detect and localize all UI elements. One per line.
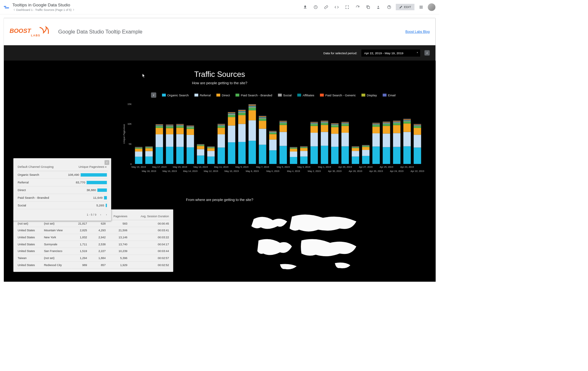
svg-text:May 1, 2019: May 1, 2019 [318, 166, 331, 168]
svg-rect-125 [248, 105, 256, 106]
svg-rect-137 [269, 150, 277, 164]
table-row[interactable]: United StatesSan Francisco1,5192,22710,2… [17, 248, 170, 255]
svg-rect-1 [368, 6, 370, 9]
svg-text:May 19, 2019: May 19, 2019 [132, 166, 146, 168]
table-row[interactable]: United StatesSunnyvale1,7112,53813,74000… [17, 241, 170, 248]
svg-rect-170 [300, 146, 308, 147]
svg-rect-154 [279, 121, 287, 121]
share-person-icon[interactable] [375, 3, 383, 11]
svg-rect-203 [341, 124, 349, 126]
svg-rect-207 [341, 122, 349, 122]
history-icon[interactable] [312, 3, 320, 11]
info-icon[interactable]: i [104, 160, 109, 165]
svg-rect-220 [362, 147, 370, 150]
legend-item[interactable]: Display [362, 93, 377, 97]
svg-rect-265 [414, 128, 421, 135]
legend-item[interactable]: Paid Search - Generic [320, 93, 356, 97]
svg-rect-260 [403, 119, 411, 120]
stacked-bar-chart[interactable]: i Organic SearchReferralDirectPaid Searc… [122, 93, 425, 179]
legend-item[interactable]: Affiliates [297, 93, 314, 97]
svg-rect-269 [414, 124, 421, 125]
svg-text:May 14, 2019: May 14, 2019 [183, 170, 197, 173]
download-icon[interactable] [302, 3, 309, 11]
table-row[interactable]: Social5,265 [17, 202, 108, 209]
svg-rect-234 [372, 123, 380, 123]
user-avatar[interactable] [428, 3, 435, 11]
file-title[interactable]: Tooltips in Google Data Studio [12, 3, 302, 8]
svg-rect-177 [310, 123, 318, 124]
svg-rect-12 [422, 8, 423, 8]
svg-rect-135 [259, 116, 266, 116]
col-pageviews[interactable]: Unique Pageviews▼ [60, 162, 108, 171]
table-row[interactable]: United StatesMountain View2,8254,29321,5… [17, 227, 170, 234]
table-row[interactable]: Paid Search - Branded11,649 [17, 194, 108, 202]
svg-text:0: 0 [130, 163, 132, 166]
world-map-chart[interactable] [178, 210, 430, 271]
svg-rect-121 [248, 110, 256, 120]
svg-rect-57 [176, 134, 184, 147]
info-icon[interactable]: i [151, 93, 156, 98]
svg-rect-185 [321, 123, 328, 125]
svg-rect-101 [228, 142, 235, 164]
pager-prev-icon[interactable]: ‹ [99, 212, 102, 217]
refresh-icon[interactable] [354, 3, 362, 11]
svg-rect-79 [197, 145, 204, 145]
col-avgdur[interactable]: Avg. Session Duration [128, 213, 170, 220]
svg-rect-153 [279, 121, 287, 121]
table-row[interactable]: Organic Search108,490 [17, 171, 108, 179]
svg-text:LABS: LABS [31, 34, 40, 37]
svg-rect-176 [310, 124, 318, 126]
link-icon[interactable] [322, 3, 330, 11]
pager-next-icon[interactable]: › [105, 212, 108, 217]
table-row[interactable]: Referral83,770 [17, 179, 108, 186]
legend-item[interactable]: Paid Search - Branded [236, 93, 272, 97]
date-range-picker[interactable]: Apr 22, 2019 - May 19, 2019 [361, 49, 421, 57]
table-row[interactable]: (not set)(not set)21,81762858300:00:45 [17, 220, 170, 227]
table-row[interactable]: Direct38,880 [17, 186, 108, 194]
svg-rect-257 [403, 122, 411, 124]
table-row[interactable]: Taiwan(not set)1,2941,8845,39600:02:57 [17, 255, 170, 262]
help-icon[interactable] [386, 3, 393, 11]
svg-rect-251 [393, 121, 401, 122]
svg-rect-100 [218, 124, 225, 124]
channel-summary-card[interactable]: i Default Channel Grouping Unique Pagevi… [13, 158, 111, 221]
edit-button[interactable]: EDIT [396, 4, 415, 10]
apps-grid-icon[interactable] [417, 3, 425, 11]
legend-item[interactable]: Referral [195, 93, 211, 97]
svg-text:May 4, 2019: May 4, 2019 [287, 170, 300, 173]
svg-rect-157 [290, 149, 297, 152]
legend-item[interactable]: Organic Search [162, 93, 189, 97]
info-icon[interactable]: i [424, 50, 430, 56]
svg-rect-243 [383, 122, 390, 122]
copy-icon[interactable] [364, 3, 372, 11]
svg-rect-239 [383, 124, 390, 126]
table-row[interactable]: United StatesRedwood City9898571,92900:0… [17, 262, 170, 269]
svg-rect-59 [176, 126, 184, 128]
embed-icon[interactable] [333, 3, 340, 11]
svg-rect-140 [269, 133, 277, 134]
svg-text:May 13, 2019: May 13, 2019 [194, 166, 208, 168]
breadcrumb-label: Dashboard 1 - Traffic Sources (Page 1 of… [16, 8, 72, 11]
svg-rect-141 [269, 132, 277, 133]
svg-rect-26 [135, 147, 142, 147]
svg-rect-130 [259, 121, 266, 129]
table-row[interactable]: United StatesNew York1,8322,94213,14600:… [17, 234, 170, 241]
legend-item[interactable]: Social [278, 93, 292, 97]
col-channel[interactable]: Default Channel Grouping [17, 162, 60, 171]
svg-rect-180 [310, 122, 318, 122]
svg-rect-196 [331, 124, 339, 125]
legend-item[interactable]: Direct [217, 93, 230, 97]
chevron-left-icon [13, 9, 15, 11]
svg-rect-159 [290, 148, 297, 148]
svg-rect-146 [279, 146, 287, 164]
legend-item[interactable]: Email [383, 93, 396, 97]
blog-link[interactable]: Boost Labs Blog [405, 30, 430, 33]
svg-rect-31 [145, 148, 153, 151]
svg-rect-20 [135, 157, 142, 164]
section-title: Traffic Sources [10, 70, 430, 79]
svg-text:May 11, 2019: May 11, 2019 [214, 166, 228, 168]
fullscreen-icon[interactable] [343, 3, 351, 11]
svg-rect-222 [362, 146, 370, 146]
svg-text:May 12, 2019: May 12, 2019 [204, 170, 218, 173]
breadcrumb[interactable]: Dashboard 1 - Traffic Sources (Page 1 of… [12, 8, 302, 11]
